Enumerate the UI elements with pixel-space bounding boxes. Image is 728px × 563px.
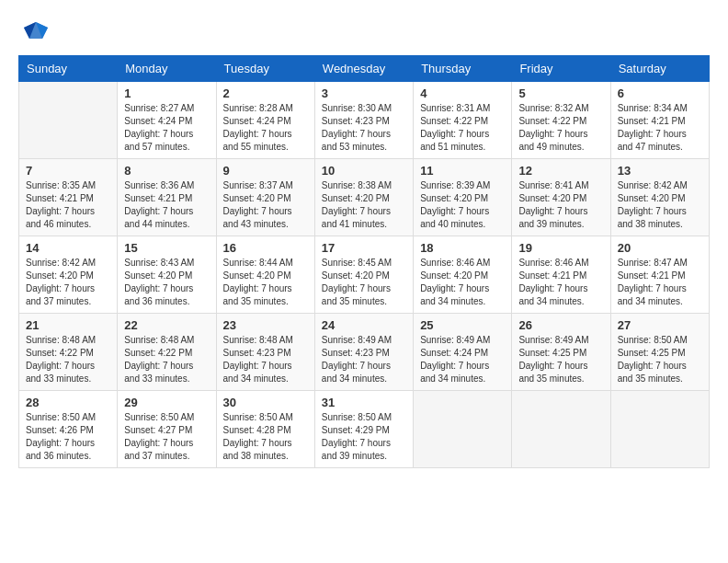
day-number: 2	[223, 86, 308, 100]
day-number: 24	[322, 318, 406, 332]
day-number: 15	[124, 241, 209, 255]
table-row: 2Sunrise: 8:28 AMSunset: 4:24 PMDaylight…	[216, 82, 314, 159]
table-row: 6Sunrise: 8:34 AMSunset: 4:21 PMDaylight…	[610, 82, 709, 159]
table-row	[19, 82, 118, 159]
logo	[18, 18, 50, 46]
day-number: 13	[618, 164, 702, 178]
day-info: Sunrise: 8:39 AMSunset: 4:20 PMDaylight:…	[420, 179, 505, 231]
day-info: Sunrise: 8:38 AMSunset: 4:20 PMDaylight:…	[322, 179, 406, 231]
day-number: 26	[518, 318, 603, 332]
logo-icon	[22, 18, 50, 46]
day-info: Sunrise: 8:44 AMSunset: 4:20 PMDaylight:…	[223, 257, 308, 308]
day-number: 8	[124, 164, 209, 178]
day-info: Sunrise: 8:43 AMSunset: 4:20 PMDaylight:…	[124, 257, 209, 308]
day-info: Sunrise: 8:34 AMSunset: 4:21 PMDaylight:…	[618, 102, 702, 154]
day-info: Sunrise: 8:32 AMSunset: 4:22 PMDaylight:…	[518, 102, 603, 154]
day-number: 12	[518, 164, 603, 178]
day-info: Sunrise: 8:30 AMSunset: 4:23 PMDaylight:…	[322, 102, 406, 154]
table-row: 7Sunrise: 8:35 AMSunset: 4:21 PMDaylight…	[19, 159, 118, 236]
table-row: 24Sunrise: 8:49 AMSunset: 4:23 PMDayligh…	[314, 314, 413, 391]
col-header-thursday: Thursday	[414, 56, 512, 82]
day-info: Sunrise: 8:31 AMSunset: 4:22 PMDaylight:…	[420, 102, 505, 154]
day-info: Sunrise: 8:28 AMSunset: 4:24 PMDaylight:…	[223, 102, 308, 154]
col-header-monday: Monday	[118, 56, 216, 82]
day-number: 28	[26, 396, 110, 409]
day-number: 27	[618, 318, 702, 332]
table-row: 11Sunrise: 8:39 AMSunset: 4:20 PMDayligh…	[414, 159, 512, 236]
calendar: SundayMondayTuesdayWednesdayThursdayFrid…	[18, 55, 710, 468]
table-row: 30Sunrise: 8:50 AMSunset: 4:28 PMDayligh…	[216, 391, 314, 468]
table-row: 25Sunrise: 8:49 AMSunset: 4:24 PMDayligh…	[414, 314, 512, 391]
table-row: 10Sunrise: 8:38 AMSunset: 4:20 PMDayligh…	[314, 159, 413, 236]
table-row	[512, 391, 610, 468]
day-info: Sunrise: 8:48 AMSunset: 4:22 PMDaylight:…	[26, 334, 110, 385]
day-info: Sunrise: 8:46 AMSunset: 4:20 PMDaylight:…	[420, 257, 505, 308]
day-number: 10	[322, 164, 406, 178]
table-row: 5Sunrise: 8:32 AMSunset: 4:22 PMDaylight…	[512, 82, 610, 159]
day-info: Sunrise: 8:50 AMSunset: 4:29 PMDaylight:…	[322, 411, 406, 463]
day-number: 19	[518, 241, 603, 255]
table-row: 26Sunrise: 8:49 AMSunset: 4:25 PMDayligh…	[512, 314, 610, 391]
day-info: Sunrise: 8:36 AMSunset: 4:21 PMDaylight:…	[124, 179, 209, 231]
day-info: Sunrise: 8:45 AMSunset: 4:20 PMDaylight:…	[322, 257, 406, 308]
day-info: Sunrise: 8:49 AMSunset: 4:24 PMDaylight:…	[420, 334, 505, 385]
col-header-saturday: Saturday	[610, 56, 709, 82]
day-info: Sunrise: 8:49 AMSunset: 4:25 PMDaylight:…	[518, 334, 603, 385]
day-info: Sunrise: 8:42 AMSunset: 4:20 PMDaylight:…	[618, 179, 702, 231]
col-header-tuesday: Tuesday	[216, 56, 314, 82]
day-number: 29	[124, 396, 209, 409]
table-row: 14Sunrise: 8:42 AMSunset: 4:20 PMDayligh…	[19, 236, 118, 314]
table-row: 21Sunrise: 8:48 AMSunset: 4:22 PMDayligh…	[19, 314, 118, 391]
day-number: 21	[26, 318, 110, 332]
table-row	[610, 391, 709, 468]
table-row: 8Sunrise: 8:36 AMSunset: 4:21 PMDaylight…	[118, 159, 216, 236]
day-info: Sunrise: 8:48 AMSunset: 4:23 PMDaylight:…	[223, 334, 308, 385]
day-info: Sunrise: 8:42 AMSunset: 4:20 PMDaylight:…	[26, 257, 110, 308]
table-row: 4Sunrise: 8:31 AMSunset: 4:22 PMDaylight…	[414, 82, 512, 159]
page-header	[18, 18, 710, 46]
day-number: 9	[223, 164, 308, 178]
day-number: 3	[322, 86, 406, 100]
day-number: 23	[223, 318, 308, 332]
table-row: 1Sunrise: 8:27 AMSunset: 4:24 PMDaylight…	[118, 82, 216, 159]
table-row: 15Sunrise: 8:43 AMSunset: 4:20 PMDayligh…	[118, 236, 216, 314]
day-number: 22	[124, 318, 209, 332]
day-number: 18	[420, 241, 505, 255]
day-number: 11	[420, 164, 505, 178]
day-info: Sunrise: 8:35 AMSunset: 4:21 PMDaylight:…	[26, 179, 110, 231]
table-row: 23Sunrise: 8:48 AMSunset: 4:23 PMDayligh…	[216, 314, 314, 391]
day-info: Sunrise: 8:50 AMSunset: 4:26 PMDaylight:…	[26, 411, 110, 463]
day-number: 30	[223, 396, 308, 409]
table-row: 19Sunrise: 8:46 AMSunset: 4:21 PMDayligh…	[512, 236, 610, 314]
table-row: 20Sunrise: 8:47 AMSunset: 4:21 PMDayligh…	[610, 236, 709, 314]
day-number: 17	[322, 241, 406, 255]
day-info: Sunrise: 8:41 AMSunset: 4:20 PMDaylight:…	[518, 179, 603, 231]
table-row: 27Sunrise: 8:50 AMSunset: 4:25 PMDayligh…	[610, 314, 709, 391]
col-header-friday: Friday	[512, 56, 610, 82]
day-info: Sunrise: 8:37 AMSunset: 4:20 PMDaylight:…	[223, 179, 308, 231]
table-row: 16Sunrise: 8:44 AMSunset: 4:20 PMDayligh…	[216, 236, 314, 314]
day-info: Sunrise: 8:27 AMSunset: 4:24 PMDaylight:…	[124, 102, 209, 154]
day-number: 25	[420, 318, 505, 332]
table-row: 13Sunrise: 8:42 AMSunset: 4:20 PMDayligh…	[610, 159, 709, 236]
day-info: Sunrise: 8:50 AMSunset: 4:28 PMDaylight:…	[223, 411, 308, 463]
day-number: 14	[26, 241, 110, 255]
table-row: 29Sunrise: 8:50 AMSunset: 4:27 PMDayligh…	[118, 391, 216, 468]
table-row: 9Sunrise: 8:37 AMSunset: 4:20 PMDaylight…	[216, 159, 314, 236]
day-number: 31	[322, 396, 406, 409]
day-number: 6	[618, 86, 702, 100]
col-header-wednesday: Wednesday	[314, 56, 413, 82]
day-info: Sunrise: 8:50 AMSunset: 4:25 PMDaylight:…	[618, 334, 702, 385]
day-number: 7	[26, 164, 110, 178]
day-info: Sunrise: 8:49 AMSunset: 4:23 PMDaylight:…	[322, 334, 406, 385]
day-number: 20	[618, 241, 702, 255]
day-number: 4	[420, 86, 505, 100]
table-row: 22Sunrise: 8:48 AMSunset: 4:22 PMDayligh…	[118, 314, 216, 391]
table-row: 3Sunrise: 8:30 AMSunset: 4:23 PMDaylight…	[314, 82, 413, 159]
day-info: Sunrise: 8:50 AMSunset: 4:27 PMDaylight:…	[124, 411, 209, 463]
col-header-sunday: Sunday	[19, 56, 118, 82]
day-number: 16	[223, 241, 308, 255]
day-number: 5	[518, 86, 603, 100]
day-info: Sunrise: 8:46 AMSunset: 4:21 PMDaylight:…	[518, 257, 603, 308]
table-row: 12Sunrise: 8:41 AMSunset: 4:20 PMDayligh…	[512, 159, 610, 236]
